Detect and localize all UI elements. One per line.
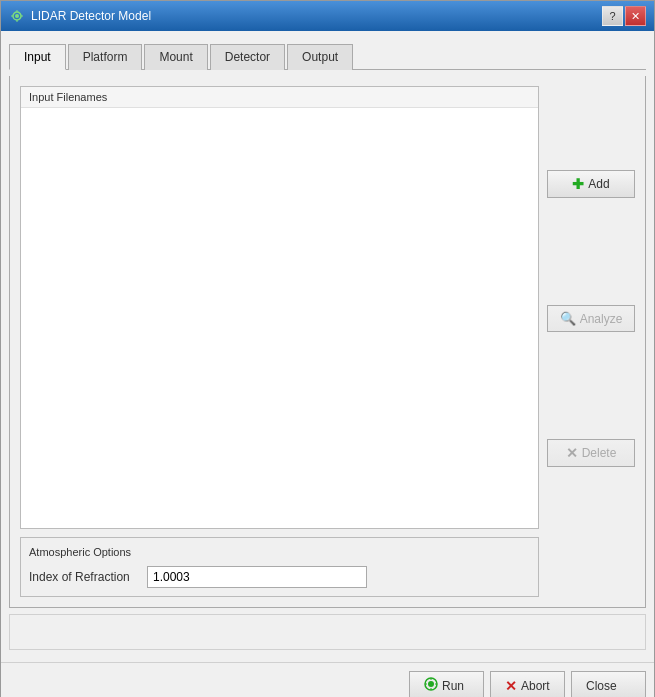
status-bar <box>9 614 646 650</box>
close-button[interactable]: Close <box>571 671 646 697</box>
svg-point-1 <box>15 14 19 18</box>
delete-x-icon: ✕ <box>566 445 578 461</box>
file-list-group: Input Filenames <box>20 86 539 529</box>
help-button[interactable]: ? <box>602 6 623 26</box>
left-panel: Input Filenames Atmospheric Options Inde… <box>20 86 539 597</box>
app-icon <box>9 8 25 24</box>
footer: Run ✕ Abort Close <box>1 662 654 697</box>
tab-mount[interactable]: Mount <box>144 44 207 70</box>
window-body: Input Platform Mount Detector Output Inp… <box>1 31 654 658</box>
right-panel: ✚ Add 🔍 Analyze ✕ Delete <box>547 86 635 597</box>
main-window: LIDAR Detector Model ? ✕ Input Platform … <box>0 0 655 697</box>
close-label: Close <box>586 679 617 693</box>
svg-point-7 <box>428 681 434 687</box>
add-button[interactable]: ✚ Add <box>547 170 635 198</box>
tab-panel-input: Input Filenames Atmospheric Options Inde… <box>9 76 646 608</box>
window-title: LIDAR Detector Model <box>31 9 151 23</box>
atm-section-title: Atmospheric Options <box>29 546 530 558</box>
window-close-button[interactable]: ✕ <box>625 6 646 26</box>
analyze-label: Analyze <box>580 312 623 326</box>
atmospheric-options-group: Atmospheric Options Index of Refraction <box>20 537 539 597</box>
refraction-label: Index of Refraction <box>29 570 139 584</box>
abort-label: Abort <box>521 679 550 693</box>
title-bar-left: LIDAR Detector Model <box>9 8 151 24</box>
tab-platform[interactable]: Platform <box>68 44 143 70</box>
refraction-input[interactable] <box>147 566 367 588</box>
file-list[interactable] <box>21 108 538 528</box>
magnify-icon: 🔍 <box>560 311 576 326</box>
delete-button[interactable]: ✕ Delete <box>547 439 635 467</box>
analyze-button[interactable]: 🔍 Analyze <box>547 305 635 332</box>
title-bar-buttons: ? ✕ <box>602 6 646 26</box>
run-icon <box>424 677 438 694</box>
plus-icon: ✚ <box>572 176 584 192</box>
tab-output[interactable]: Output <box>287 44 353 70</box>
main-content: Input Filenames Atmospheric Options Inde… <box>20 86 635 597</box>
file-list-title: Input Filenames <box>21 87 538 108</box>
refraction-row: Index of Refraction <box>29 566 530 588</box>
title-bar: LIDAR Detector Model ? ✕ <box>1 1 654 31</box>
run-label: Run <box>442 679 464 693</box>
abort-icon: ✕ <box>505 678 517 694</box>
tab-input[interactable]: Input <box>9 44 66 70</box>
delete-label: Delete <box>582 446 617 460</box>
tab-bar: Input Platform Mount Detector Output <box>9 39 646 70</box>
abort-button[interactable]: ✕ Abort <box>490 671 565 697</box>
tab-detector[interactable]: Detector <box>210 44 285 70</box>
run-button[interactable]: Run <box>409 671 484 697</box>
add-label: Add <box>588 177 609 191</box>
